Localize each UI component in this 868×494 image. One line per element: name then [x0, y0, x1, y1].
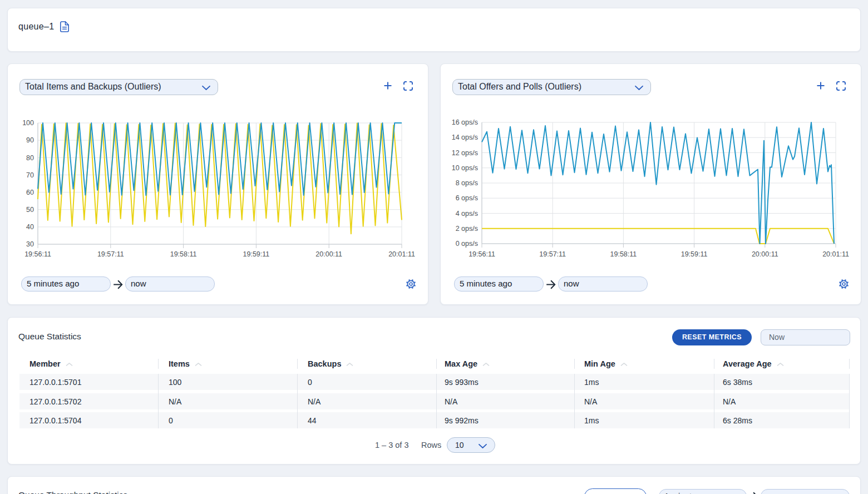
- svg-text:16 ops/s: 16 ops/s: [452, 118, 478, 126]
- svg-text:19:59:11: 19:59:11: [243, 250, 270, 258]
- svg-text:50: 50: [26, 206, 34, 214]
- svg-text:14 ops/s: 14 ops/s: [452, 134, 478, 141]
- svg-text:60: 60: [26, 189, 34, 196]
- svg-text:19:59:11: 19:59:11: [681, 250, 708, 258]
- svg-text:8 ops/s: 8 ops/s: [456, 179, 478, 187]
- svg-text:80: 80: [26, 154, 34, 162]
- svg-text:19:56:11: 19:56:11: [468, 250, 495, 258]
- svg-text:100: 100: [22, 119, 34, 127]
- svg-text:19:57:11: 19:57:11: [97, 250, 124, 258]
- svg-text:20:01:11: 20:01:11: [388, 250, 415, 258]
- svg-text:90: 90: [26, 136, 34, 144]
- svg-text:12 ops/s: 12 ops/s: [452, 149, 478, 157]
- svg-text:19:56:11: 19:56:11: [24, 250, 51, 258]
- svg-text:19:58:11: 19:58:11: [170, 250, 197, 258]
- svg-text:19:58:11: 19:58:11: [610, 250, 637, 258]
- svg-text:10 ops/s: 10 ops/s: [452, 164, 478, 172]
- svg-text:6 ops/s: 6 ops/s: [456, 194, 478, 202]
- svg-text:20:00:11: 20:00:11: [315, 250, 342, 258]
- svg-text:2 ops/s: 2 ops/s: [456, 225, 478, 233]
- svg-text:20:01:11: 20:01:11: [822, 250, 849, 258]
- svg-text:19:57:11: 19:57:11: [539, 250, 566, 258]
- svg-text:20:00:11: 20:00:11: [752, 250, 778, 258]
- svg-text:30: 30: [26, 240, 34, 248]
- svg-text:70: 70: [26, 171, 34, 179]
- svg-text:4 ops/s: 4 ops/s: [456, 210, 478, 218]
- svg-text:0 ops/s: 0 ops/s: [456, 240, 478, 248]
- svg-text:40: 40: [26, 223, 34, 231]
